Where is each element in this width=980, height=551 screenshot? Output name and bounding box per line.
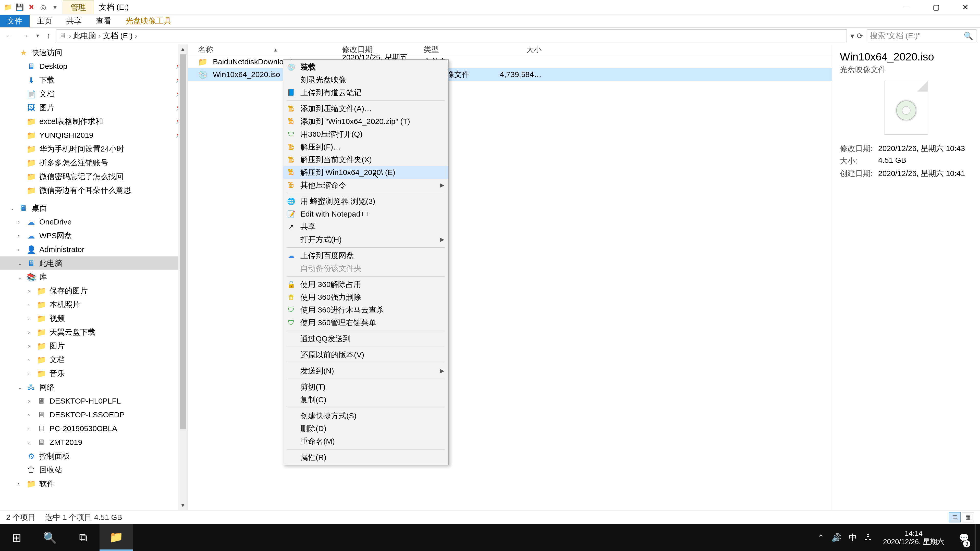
tree-item[interactable]: 📁华为手机时间设置24小时 [0, 142, 188, 156]
context-menu-item[interactable]: 重命名(M) [283, 435, 449, 448]
expand-chevron-icon[interactable]: › [28, 426, 33, 432]
context-menu-item[interactable]: 🗜添加到 "Win10x64_2020.zip" (T) [283, 115, 449, 128]
context-menu-item[interactable]: 🗜解压到 Win10x64_2020\ (E) [283, 166, 449, 179]
expand-chevron-icon[interactable]: › [18, 219, 23, 225]
context-menu-item[interactable]: 创建快捷方式(S) [283, 410, 449, 422]
scroll-thumb[interactable] [180, 54, 186, 429]
expand-chevron-icon[interactable]: › [28, 288, 33, 294]
context-menu-item[interactable]: 🔓使用 360解除占用 [283, 278, 449, 291]
expand-chevron-icon[interactable]: ⌄ [18, 384, 23, 390]
close-button[interactable]: ✕ [951, 0, 980, 14]
tree-item[interactable]: ›📁音乐 [0, 367, 188, 380]
expand-chevron-icon[interactable]: › [28, 302, 33, 308]
view-icons-button[interactable]: ▦ [962, 512, 974, 522]
taskbar-search-button[interactable]: 🔍 [33, 524, 66, 551]
context-menu-item[interactable]: 🗜解压到(F)… [283, 141, 449, 153]
expand-chevron-icon[interactable]: › [28, 371, 33, 376]
tree-item[interactable]: ›👤Administrator [0, 243, 188, 256]
expand-chevron-icon[interactable]: › [28, 440, 33, 445]
tree-item[interactable]: 🗑回收站 [0, 463, 188, 477]
tree-item[interactable]: 📁拼多多怎么注销账号 [0, 156, 188, 170]
tray-overflow-button[interactable]: ⌃ [818, 533, 824, 543]
context-menu-item[interactable]: 📘上传到有道云笔记 [283, 86, 449, 99]
breadcrumb-this-pc[interactable]: 此电脑 [73, 30, 96, 41]
ribbon-tab-disc-tools[interactable]: 光盘映像工具 [118, 15, 179, 27]
taskbar-clock[interactable]: 14:14 2020/12/26, 星期六 [880, 529, 948, 546]
tree-item[interactable]: 🖥Desktop📌 [0, 59, 188, 73]
tree-item[interactable]: ›📁文档 [0, 353, 188, 367]
expand-chevron-icon[interactable]: › [28, 329, 33, 335]
tree-item[interactable]: ›📁天翼云盘下载 [0, 325, 188, 339]
qat-close-tab-icon[interactable]: ✖ [26, 2, 37, 13]
nav-recent-button[interactable]: ▾ [34, 32, 41, 40]
minimize-button[interactable]: — [892, 0, 921, 14]
context-menu-item[interactable]: 🛡使用 360进行木马云查杀 [283, 303, 449, 316]
expand-chevron-icon[interactable]: › [28, 316, 33, 321]
expand-chevron-icon[interactable]: ⌄ [10, 205, 15, 211]
tree-item[interactable]: ⚙控制面板 [0, 449, 188, 463]
ribbon-tab-home[interactable]: 主页 [30, 15, 59, 27]
tray-ime-icon[interactable]: 中 [849, 532, 857, 543]
breadcrumb-separator[interactable]: › [68, 32, 72, 40]
expand-chevron-icon[interactable]: ⌄ [18, 274, 23, 280]
context-menu-item[interactable]: 🛡用360压缩打开(Q) [283, 128, 449, 141]
context-menu-item[interactable]: 打开方式(H)▶ [283, 233, 449, 246]
tree-item[interactable]: 📁微信密码忘记了怎么找回 [0, 170, 188, 183]
search-input[interactable]: 搜索"文档 (E:)" 🔍 [867, 29, 977, 42]
context-menu-item[interactable]: 🗜解压到当前文件夹(X) [283, 153, 449, 166]
tree-item[interactable]: ⌄📚库 [0, 270, 188, 284]
context-menu-item[interactable]: 📝Edit with Notepad++ [283, 208, 449, 221]
context-menu-item[interactable]: 🗜添加到压缩文件(A)… [283, 102, 449, 115]
context-menu-item[interactable]: 🗑使用 360强力删除 [283, 291, 449, 303]
contextual-tab-header[interactable]: 管理 [63, 0, 94, 14]
tree-item[interactable]: ›📁保存的图片 [0, 284, 188, 298]
context-menu-item[interactable]: 发送到(N)▶ [283, 365, 449, 377]
breadcrumb-separator[interactable]: › [98, 32, 101, 40]
context-menu-item[interactable]: 剪切(T) [283, 381, 449, 393]
context-menu-item[interactable]: 删除(D) [283, 422, 449, 435]
tree-item[interactable]: ›🖥DESKTOP-LSSOEDP [0, 408, 188, 422]
navigation-pane[interactable]: ★快速访问🖥Desktop📌⬇下载📌📄文档📌🖼图片📌📁excel表格制作求和📌📁… [0, 44, 188, 510]
context-menu-item[interactable]: 通过QQ发送到 [283, 332, 449, 345]
expand-chevron-icon[interactable]: › [28, 357, 33, 363]
tree-item[interactable]: ›📁图片 [0, 339, 188, 353]
maximize-button[interactable]: ▢ [921, 0, 951, 14]
breadcrumb[interactable]: 🖥 › 此电脑 › 文档 (E:) › [56, 29, 847, 42]
context-menu-item[interactable]: ↗共享 [283, 221, 449, 233]
tree-item[interactable]: ›☁WPS网盘 [0, 229, 188, 243]
nav-up-button[interactable]: ↑ [45, 30, 52, 41]
nav-back-button[interactable]: ← [3, 30, 15, 41]
context-menu-item[interactable]: ☁上传到百度网盘 [283, 249, 449, 262]
expand-chevron-icon[interactable]: › [18, 481, 23, 487]
context-menu-item[interactable]: 🗜其他压缩命令▶ [283, 179, 449, 192]
context-menu-item[interactable]: 还原以前的版本(V) [283, 348, 449, 361]
tree-item[interactable]: 📁excel表格制作求和📌 [0, 114, 188, 128]
tree-item[interactable]: ›📁软件 [0, 477, 188, 491]
tree-scrollbar[interactable]: ▲ ▼ [178, 44, 188, 510]
tray-volume-icon[interactable]: 🔊 [832, 533, 842, 543]
tree-item[interactable]: ⬇下载📌 [0, 73, 188, 87]
nav-forward-button[interactable]: → [19, 30, 30, 41]
breadcrumb-drive[interactable]: 文档 (E:) [103, 30, 133, 41]
context-menu-item[interactable]: 💿装载 [283, 61, 449, 73]
scroll-down-button[interactable]: ▼ [178, 500, 188, 510]
search-icon[interactable]: 🔍 [964, 32, 973, 40]
context-menu-item[interactable]: 🛡使用 360管理右键菜单 [283, 316, 449, 329]
tree-item[interactable]: ›🖥PC-20190530OBLA [0, 422, 188, 435]
tree-item[interactable]: 🖼图片📌 [0, 101, 188, 114]
tree-item[interactable]: ⌄🖥此电脑 [0, 256, 188, 270]
tree-item[interactable]: ›🖥ZMT2019 [0, 435, 188, 449]
tree-item[interactable]: ⌄🖥桌面 [0, 201, 188, 215]
context-menu-item[interactable]: 刻录光盘映像 [283, 73, 449, 86]
context-menu-item[interactable]: 属性(R) [283, 451, 449, 464]
tree-item[interactable]: 📁YUNQISHI2019📌 [0, 128, 188, 142]
expand-chevron-icon[interactable]: › [28, 343, 33, 349]
ribbon-tab-file[interactable]: 文件 [0, 15, 30, 27]
tree-item[interactable]: ›🖥DESKTOP-HL0PLFL [0, 394, 188, 408]
scroll-up-button[interactable]: ▲ [178, 44, 188, 54]
ribbon-tab-view[interactable]: 查看 [89, 15, 118, 27]
ribbon-tab-share[interactable]: 共享 [59, 15, 89, 27]
breadcrumb-separator[interactable]: › [134, 32, 138, 40]
action-center-button[interactable]: 💬 3 [955, 524, 973, 551]
tree-item[interactable]: ›📁视频 [0, 311, 188, 325]
